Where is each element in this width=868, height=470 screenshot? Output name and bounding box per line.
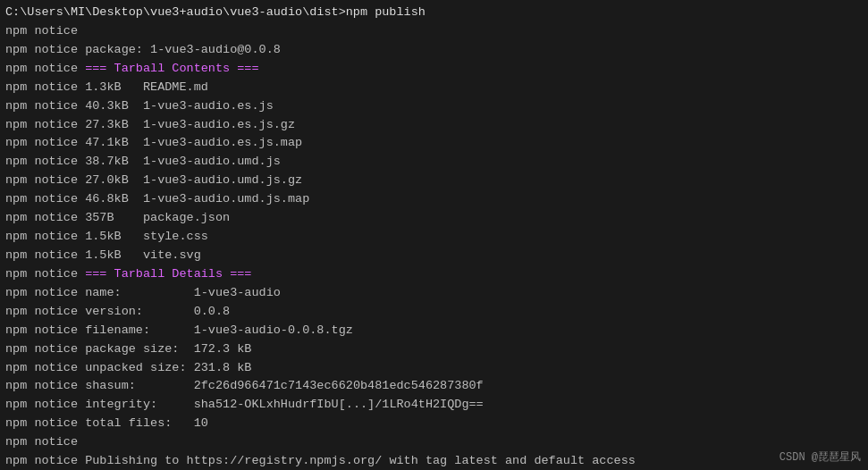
command-line: C:\Users\MI\Desktop\vue3+audio\vue3-audi…: [5, 4, 863, 22]
output-line-17: npm notice filename: 1-vue3-audio-0.0.8.…: [5, 322, 863, 340]
output-line-12: npm notice 1.5kB style.css: [5, 228, 863, 247]
output-line-7: npm notice 47.1kB 1-vue3-audio.es.js.map: [5, 134, 863, 153]
output-line-9: npm notice 27.0kB 1-vue3-audio.umd.js.gz: [5, 172, 863, 190]
output-line-11: npm notice 357B package.json: [5, 209, 863, 228]
output-line-13: npm notice 1.5kB vite.svg: [5, 247, 863, 265]
watermark: CSDN @琵琶星风: [780, 449, 861, 465]
output-line-8: npm notice 38.7kB 1-vue3-audio.umd.js: [5, 153, 863, 172]
output-line-5: npm notice 40.3kB 1-vue3-audio.es.js: [5, 97, 863, 116]
output-line-19: npm notice unpacked size: 231.8 kB: [5, 359, 863, 378]
output-line-20: npm notice shasum: 2fc26d966471c7143ec66…: [5, 377, 863, 396]
output-line-1: npm notice: [5, 22, 863, 41]
output-line-3: npm notice === Tarball Contents ===: [5, 60, 863, 79]
output-line-14: npm notice === Tarball Details ===: [5, 265, 863, 284]
output-line-24: npm notice Publishing to https://registr…: [5, 452, 863, 470]
output-line-23: npm notice: [5, 433, 863, 452]
output-line-22: npm notice total files: 10: [5, 415, 863, 433]
output-line-6: npm notice 27.3kB 1-vue3-audio.es.js.gz: [5, 116, 863, 135]
output-line-4: npm notice 1.3kB README.md: [5, 79, 863, 97]
output-line-21: npm notice integrity: sha512-OKLxhHudrfI…: [5, 396, 863, 415]
output-line-10: npm notice 46.8kB 1-vue3-audio.umd.js.ma…: [5, 190, 863, 209]
terminal-window: C:\Users\MI\Desktop\vue3+audio\vue3-audi…: [0, 0, 868, 470]
output-line-2: npm notice package: 1-vue3-audio@0.0.8: [5, 41, 863, 60]
output-line-18: npm notice package size: 172.3 kB: [5, 340, 863, 359]
command-text: C:\Users\MI\Desktop\vue3+audio\vue3-audi…: [5, 5, 426, 19]
output-line-15: npm notice name: 1-vue3-audio: [5, 284, 863, 303]
output-line-16: npm notice version: 0.0.8: [5, 303, 863, 322]
